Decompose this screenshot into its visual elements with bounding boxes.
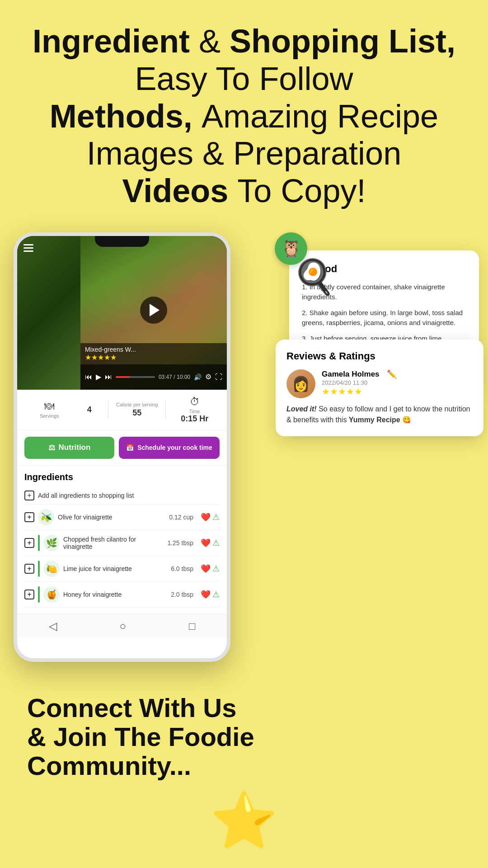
video-controls: ⏮ ▶ ⏭ 03:47 / 10:00 🔊 ⚙ ⛶ — [80, 364, 227, 390]
divider-2 — [165, 401, 166, 419]
recipe-info-bar: 🍽 Servings 4 Calorie per serving 55 ⏱ Ti… — [17, 390, 227, 430]
ingredient-actions-2: ❤️ ⚠ — [201, 564, 220, 574]
ingredient-amount-1: 1.25 tbsp — [167, 539, 193, 547]
title-methods: Methods — [50, 98, 183, 134]
video-area: Mixed-greens W... ★★★★★ ⏮ ▶ ⏭ 03:47 / 10… — [17, 236, 227, 390]
reviewer-info: Gamela Holmes ✏️ 2022/04/20 11:30 ★★★★★ — [322, 369, 397, 397]
ingredient-actions-0: ❤️ ⚠ — [201, 512, 220, 522]
review-text: Loved it! So easy to follow and I get to… — [286, 404, 473, 425]
ingredient-bar-3 — [38, 586, 40, 603]
play-icon[interactable]: ▶ — [96, 373, 101, 381]
header-section: Ingredient & Shopping List, Easy To Foll… — [0, 0, 488, 223]
calories-info: Calorie per serving 55 — [112, 402, 162, 417]
progress-bar[interactable] — [116, 376, 155, 378]
title-comma2: , — [183, 98, 192, 134]
edit-icon[interactable]: ✏️ — [387, 369, 397, 379]
ingredient-name-0: Olive for vinaigrette — [58, 514, 165, 521]
ingredient-plus-2[interactable]: + — [24, 564, 34, 574]
bottom-section: Connect With Us & Join The Foodie Commun… — [0, 684, 488, 868]
play-triangle-icon — [150, 304, 160, 316]
ingredients-section: Ingredients + Add all ingredients to sho… — [17, 466, 227, 614]
divider-1 — [108, 401, 108, 419]
nav-back-button[interactable]: ◁ — [49, 620, 57, 632]
ingredient-amount-0: 0.12 cup — [169, 514, 193, 521]
heart-icon-3[interactable]: ❤️ — [201, 590, 211, 599]
schedule-label: Schedule your cook time — [137, 444, 212, 451]
nav-recents-button[interactable]: □ — [189, 620, 196, 632]
video-title-bar: Mixed-greens W... ★★★★★ — [80, 343, 227, 364]
video-sidebar — [17, 236, 80, 390]
phone-notch — [95, 236, 149, 247]
reviewer-name: Gamela Holmes — [322, 370, 380, 379]
ingredient-actions-1: ❤️ ⚠ — [201, 538, 220, 548]
reviewer-avatar: 👩 — [286, 369, 315, 398]
cooking-pot-icon: 🍳 — [293, 257, 335, 297]
ingredient-plus-1[interactable]: + — [24, 538, 34, 548]
video-stars: ★★★★★ — [85, 353, 222, 362]
ingredient-bar-1 — [38, 535, 40, 551]
connect-text: Connect With Us & Join The Foodie Commun… — [27, 693, 461, 780]
add-all-label: Add all ingredients to shopping list — [38, 492, 134, 499]
ingredient-row: + 🍋 Lime juice for vinaigrette 6.0 tbsp … — [24, 556, 220, 582]
add-all-row[interactable]: + Add all ingredients to shopping list — [24, 487, 220, 505]
title-shopping: Shopping List — [230, 23, 446, 59]
ingredients-title: Ingredients — [24, 472, 220, 482]
connect-line3: Community... — [27, 751, 191, 780]
alert-icon-2[interactable]: ⚠ — [212, 564, 220, 574]
reviewer-date: 2022/04/20 11:30 — [322, 379, 397, 386]
heart-icon-0[interactable]: ❤️ — [201, 512, 211, 522]
video-bg-left — [17, 236, 80, 390]
heart-icon-1[interactable]: ❤️ — [201, 538, 211, 548]
ingredient-row: + 🍯 Honey for vinaigrette 2.0 tbsp ❤️ ⚠ — [24, 582, 220, 608]
calories-label: Calorie per serving — [116, 402, 158, 408]
fullscreen-icon[interactable]: ⛶ — [215, 373, 222, 381]
ingredient-name-2: Lime juice for vinaigrette — [63, 565, 167, 572]
heart-icon-2[interactable]: ❤️ — [201, 564, 211, 574]
review-stars: ★★★★★ — [322, 386, 397, 397]
title-and1: & — [199, 23, 230, 59]
connect-line2: & Join The Foodie — [27, 722, 254, 751]
video-time: 03:47 / 10:00 — [159, 374, 190, 380]
decoration-area: 🦉 🍳 — [275, 232, 307, 265]
skip-forward-icon[interactable]: ⏭ — [105, 373, 112, 381]
ingredient-amount-2: 6.0 tbsp — [171, 565, 193, 572]
servings-label: Servings — [40, 413, 59, 419]
time-info: ⏱ Time 0:15 Hr — [169, 396, 220, 424]
ingredient-icon-1: 🌿 — [43, 535, 60, 551]
ingredient-name-3: Honey for vinaigrette — [63, 591, 167, 598]
hamburger-menu[interactable] — [23, 244, 33, 252]
settings-icon[interactable]: ⚙ — [205, 373, 211, 381]
phone-bottom-nav: ◁ ○ □ — [17, 614, 227, 638]
play-button[interactable] — [140, 297, 167, 324]
skip-back-icon[interactable]: ⏮ — [85, 373, 92, 381]
alert-icon-1[interactable]: ⚠ — [212, 538, 220, 548]
ingredient-bar-2 — [38, 561, 40, 577]
nutrition-button[interactable]: ⚖ Nutrition — [24, 437, 114, 459]
title-ingredient: Ingredient — [33, 23, 190, 59]
phone-area: 🦉 🍳 Mixed-greens W... ★★ — [0, 223, 488, 684]
alert-icon-0[interactable]: ⚠ — [212, 512, 220, 522]
alert-icon-3[interactable]: ⚠ — [212, 590, 220, 599]
volume-icon[interactable]: 🔊 — [194, 373, 202, 381]
title-comma: , — [446, 23, 455, 59]
servings-value: 4 — [87, 405, 92, 415]
phone-left: Mixed-greens W... ★★★★★ ⏮ ▶ ⏭ 03:47 / 10… — [14, 232, 230, 662]
title-tocopy: To Copy! — [237, 173, 366, 209]
nutrition-label: Nutrition — [59, 443, 91, 452]
progress-fill — [116, 376, 130, 378]
servings-icon: 🍽 — [44, 401, 54, 412]
header-title: Ingredient & Shopping List, Easy To Foll… — [27, 23, 461, 210]
nav-home-button[interactable]: ○ — [120, 620, 127, 632]
reviews-title: Reviews & Ratings — [286, 350, 473, 362]
title-easy: Easy To Follow — [135, 61, 353, 97]
ingredient-actions-3: ❤️ ⚠ — [201, 590, 220, 599]
ingredient-icon-2: 🍋 — [43, 561, 60, 577]
schedule-button[interactable]: 📅 Schedule your cook time — [119, 437, 220, 459]
ingredient-row: + 🌿 Chopped fresh cilantro for vinaigret… — [24, 530, 220, 556]
reviews-card: Reviews & Ratings 👩 Gamela Holmes ✏️ 202… — [276, 340, 483, 436]
video-main: Mixed-greens W... ★★★★★ ⏮ ▶ ⏭ 03:47 / 10… — [80, 236, 227, 390]
ingredient-plus-0[interactable]: + — [24, 512, 34, 522]
title-videos: Videos — [122, 173, 229, 209]
ingredient-name-1: Chopped fresh cilantro for vinaigrette — [63, 536, 164, 550]
ingredient-plus-3[interactable]: + — [24, 590, 34, 599]
